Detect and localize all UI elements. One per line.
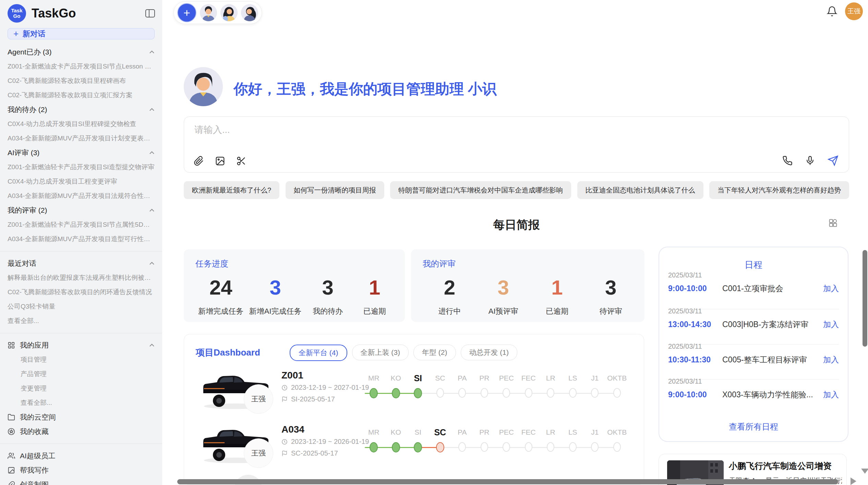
collapse-sidebar-icon[interactable] bbox=[145, 9, 155, 18]
user-avatar[interactable]: 王强 bbox=[845, 2, 863, 20]
milestone-label-ko: KO bbox=[385, 427, 407, 438]
list-item[interactable]: 公司Q3轻卡销量 bbox=[0, 299, 162, 314]
suggestion-chip[interactable]: 欧洲新规最近颁布了什么? bbox=[184, 181, 279, 199]
sidebar-item-project-mgmt[interactable]: 项目管理 bbox=[0, 352, 162, 367]
section-my-todo[interactable]: 我的待办 (2) bbox=[0, 102, 162, 117]
join-button[interactable]: 加入 bbox=[823, 389, 839, 400]
sidebar-item-favorites[interactable]: 我的收藏 bbox=[0, 424, 162, 439]
notification-bell-icon[interactable] bbox=[827, 5, 837, 17]
chat-input[interactable] bbox=[194, 124, 744, 136]
milestone-label-ko: KO bbox=[385, 373, 407, 384]
main-area: + 王强 你好，王强，我是你的项目管理助理 小识 bbox=[162, 0, 868, 485]
agent-avatar-3[interactable] bbox=[241, 4, 258, 21]
join-button[interactable]: 加入 bbox=[823, 319, 839, 330]
list-item[interactable]: Z001-全新燃油轻卡产品开发项目SI节点属性5D文件评审 bbox=[0, 217, 162, 232]
sidebar-item-change-mgmt[interactable]: 变更管理 bbox=[0, 381, 162, 396]
schedule-event[interactable]: 2025/03/11 9:00-10:00 X003-车辆动力学性能验... 加… bbox=[668, 377, 839, 400]
sidebar-item-ai-employee[interactable]: AI超级员工 bbox=[0, 449, 162, 463]
send-icon[interactable] bbox=[828, 155, 839, 166]
view-all-schedule[interactable]: 查看所有日程 bbox=[659, 421, 848, 432]
list-item[interactable]: A034-全新新能源MUV产品开发项目造型可行性评审 bbox=[0, 232, 162, 246]
list-item[interactable]: 解释最新出台的欧盟报废车法规再生塑料比例被调至15%... bbox=[0, 271, 162, 285]
sidebar-item-cloud-space[interactable]: 我的云空间 bbox=[0, 410, 162, 424]
milestone-label-fec: FEC bbox=[518, 427, 540, 438]
scissors-icon[interactable] bbox=[236, 156, 246, 166]
tab-new-platform[interactable]: 全新平台 (4) bbox=[290, 345, 347, 361]
milestone-label-lr: LR bbox=[540, 427, 562, 438]
list-item[interactable]: C0X4-动力总成开发项目SI里程碑提交物检查 bbox=[0, 117, 162, 131]
chevron-up-icon bbox=[149, 108, 155, 111]
divider bbox=[0, 251, 162, 251]
section-my-review[interactable]: 我的评审 (2) bbox=[0, 203, 162, 217]
list-item[interactable]: Z001-全新燃油皮卡产品开发项目SI节点Lesson Learn报告 bbox=[0, 59, 162, 74]
view-all-chats[interactable]: 查看全部... bbox=[0, 314, 162, 328]
section-label: 我的评审 (2) bbox=[8, 206, 47, 215]
list-item[interactable]: Z001-全新燃油轻卡产品开发项目SI造型提交物评审 bbox=[0, 160, 162, 174]
vertical-scrollbar[interactable] bbox=[863, 250, 867, 347]
join-button[interactable]: 加入 bbox=[823, 355, 839, 365]
milestone-label-j1: J1 bbox=[584, 373, 606, 384]
milestone-dot-j1 bbox=[591, 388, 599, 398]
project-row[interactable]: 王强 A034 2023-12-19 ~ 2026-01-19 SC-2025-… bbox=[184, 423, 644, 475]
image-icon[interactable] bbox=[215, 156, 225, 166]
tab-year-model[interactable]: 年型 (2) bbox=[413, 345, 456, 360]
project-flag-date: SI-2025-05-17 bbox=[281, 395, 335, 403]
agent-avatar-1[interactable] bbox=[200, 4, 217, 21]
schedule-event[interactable]: 2025/03/11 13:00-14:30 C003|H0B-方案冻结评审 加… bbox=[668, 307, 839, 330]
schedule-card: 日程 2025/03/11 9:00-10:00 C001-立项审批会 加入 2… bbox=[659, 247, 848, 442]
section-my-apps[interactable]: 我的应用 bbox=[0, 338, 162, 352]
scroll-right-arrow[interactable] bbox=[851, 477, 856, 485]
suggestion-chip[interactable]: 特朗普可能对进口汽车增税会对中国车企造成哪些影响 bbox=[390, 181, 571, 199]
schedule-event[interactable]: 2025/03/11 9:00-10:00 C001-立项审批会 加入 bbox=[668, 271, 839, 294]
section-ai-review[interactable]: AI评审 (3) bbox=[0, 146, 162, 160]
sidebar-item-product-mgmt[interactable]: 产品管理 bbox=[0, 367, 162, 381]
list-item[interactable]: A034-全新新能源MUV产品开发项目法规符合性评审 bbox=[0, 189, 162, 203]
phone-icon[interactable] bbox=[782, 156, 793, 166]
milestone-dot-mr bbox=[370, 388, 378, 398]
agent-avatar-2[interactable] bbox=[220, 4, 238, 21]
add-agent-button[interactable]: + bbox=[177, 3, 196, 22]
stat-new-done: 24新增完成任务 bbox=[198, 277, 243, 316]
stat-overdue: 1已逾期 bbox=[354, 277, 395, 316]
project-row[interactable]: 王强 Z001 2023-12-19 ~ 2027-01-19 SI-2025-… bbox=[184, 369, 644, 421]
milestone-label-pr: PR bbox=[473, 373, 496, 384]
sidebar-item-help-write[interactable]: 帮我写作 bbox=[0, 463, 162, 477]
horizontal-scrollbar[interactable] bbox=[177, 479, 838, 484]
milestone-label-oktb: OKTB bbox=[606, 373, 628, 384]
tab-new-body[interactable]: 全新上装 (3) bbox=[352, 345, 409, 360]
milestone-dot-oktb bbox=[613, 442, 621, 452]
scroll-down-arrow[interactable] bbox=[861, 469, 868, 474]
project-dates: 2023-12-19 ~ 2027-01-19 bbox=[281, 384, 369, 391]
new-chat-button[interactable]: + 新对话 bbox=[8, 28, 155, 39]
tab-powertrain[interactable]: 动总开发 (1) bbox=[461, 345, 518, 360]
milestone-label-pec: PEC bbox=[495, 427, 518, 438]
list-item[interactable]: A034-全新新能源MUV产品开发项目计划变更表编写 bbox=[0, 131, 162, 146]
chat-composer bbox=[184, 116, 849, 173]
section-label: 我的应用 bbox=[20, 340, 49, 350]
milestone-label-pr: PR bbox=[473, 427, 496, 438]
milestone-label-lr: LR bbox=[540, 373, 562, 384]
view-all-apps[interactable]: 查看全部... bbox=[0, 396, 162, 410]
list-item[interactable]: C02-飞腾新能源轻客改款项目的闭环通告反馈情况 bbox=[0, 285, 162, 299]
list-item[interactable]: C02-飞腾新能源轻客改款项目里程碑画布 bbox=[0, 74, 162, 88]
suggestion-chip[interactable]: 如何写一份清晰的项目周报 bbox=[286, 181, 384, 199]
chevron-up-icon bbox=[149, 262, 155, 265]
milestone-dot-si bbox=[414, 388, 422, 398]
layout-grid-icon[interactable] bbox=[829, 219, 837, 227]
new-chat-label: 新对话 bbox=[23, 29, 45, 39]
section-agent-done[interactable]: Agent已办 (3) bbox=[0, 45, 162, 59]
microphone-icon[interactable] bbox=[805, 156, 815, 166]
suggestion-chip[interactable]: 当下年轻人对汽车外观有怎样的喜好趋势 bbox=[709, 181, 849, 199]
event-time: 10:30-11:30 bbox=[668, 355, 722, 364]
list-item[interactable]: C0X4-动力总成开发项目工程变更评审 bbox=[0, 174, 162, 189]
section-recent-chats[interactable]: 最近对话 bbox=[0, 256, 162, 271]
milestone-dot-lr bbox=[547, 442, 554, 452]
list-item[interactable]: C02-飞腾新能源轻客改款项目立项汇报方案 bbox=[0, 88, 162, 102]
schedule-event[interactable]: 2025/03/11 10:30-11:30 C005-整车工程目标评审 加入 bbox=[668, 343, 839, 365]
join-button[interactable]: 加入 bbox=[823, 283, 839, 294]
attachment-icon[interactable] bbox=[194, 156, 204, 166]
milestone-label-mr: MR bbox=[363, 373, 385, 384]
suggestion-chip[interactable]: 比亚迪全固态电池计划具体说了什么 bbox=[577, 181, 703, 199]
sidebar-item-creative-draw[interactable]: 创意制图 bbox=[0, 477, 162, 485]
milestone-dot-pec bbox=[503, 388, 510, 398]
